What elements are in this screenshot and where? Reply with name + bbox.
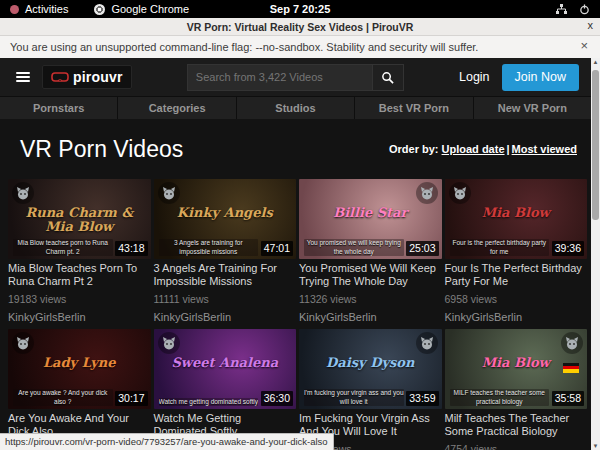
- duration-badge: 35:58: [552, 391, 584, 406]
- video-title[interactable]: 3 Angels Are Training For Impossible Mis…: [154, 262, 297, 288]
- clock[interactable]: Sep 7 20:25: [0, 3, 600, 15]
- thumbnail-caption: Watch me getting dominated softly: [159, 398, 259, 406]
- order-separator: |: [505, 143, 512, 155]
- duration-badge: 43:18: [115, 241, 147, 256]
- duration-badge: 25:03: [406, 241, 438, 256]
- thumbnail-overlay-title: Lady Lyne: [22, 356, 136, 370]
- video-title[interactable]: Four Is The Perfect Birthday Party For M…: [445, 262, 588, 288]
- video-thumbnail[interactable]: Sweet Analena Watch me getting dominated…: [154, 329, 297, 409]
- thumbnail-caption: I'm fucking your virgin ass and you will…: [304, 389, 404, 406]
- duration-badge: 47:01: [261, 241, 293, 256]
- thumbnail-caption: 3 Angels are training for impossible mis…: [159, 239, 259, 256]
- site-logo-text: pirouvr: [73, 69, 123, 85]
- studio-cat-logo-icon: [449, 182, 471, 204]
- order-by-label: Order by:: [389, 143, 439, 155]
- video-card[interactable]: Sweet Analena Watch me getting dominated…: [154, 329, 297, 450]
- scrollbar[interactable]: ▲ ▼: [591, 58, 600, 450]
- video-thumbnail[interactable]: Mia Blow Four is the perfect birthday pa…: [445, 179, 588, 259]
- studio-cat-logo-icon: [416, 332, 438, 354]
- video-card[interactable]: Mia Blow Four is the perfect birthday pa…: [445, 179, 588, 323]
- order-most-viewed-link[interactable]: Most viewed: [512, 143, 577, 155]
- status-bar-url: https://pirouvr.com/vr-porn-video/779325…: [0, 433, 334, 450]
- video-title[interactable]: You Promised We Will Keep Trying The Who…: [299, 262, 442, 288]
- order-by: Order by: Upload date|Most viewed: [389, 143, 577, 155]
- nav-item-new-vr-porn[interactable]: New VR Porn: [474, 97, 591, 119]
- nav-item-categories[interactable]: Categories: [118, 97, 235, 119]
- view-count: 11326 views: [299, 293, 442, 305]
- screen: Activities Google Chrome Sep 7 20:25 VR …: [0, 0, 600, 450]
- thumbnail-caption: MILF teaches the teacher some practical …: [450, 389, 550, 406]
- studio-link[interactable]: KinkyGirlsBerlin: [299, 311, 442, 323]
- duration-badge: 30:17: [115, 391, 147, 406]
- video-thumbnail[interactable]: Daisy Dyson I'm fucking your virgin ass …: [299, 329, 442, 409]
- video-card[interactable]: Kinky Angels 3 Angels are training for i…: [154, 179, 297, 323]
- studio-link[interactable]: KinkyGirlsBerlin: [445, 311, 588, 323]
- warning-close-icon[interactable]: ×: [580, 38, 588, 53]
- search-button[interactable]: [372, 64, 404, 91]
- video-card[interactable]: Lady Lyne Are you awake ? And your dick …: [8, 329, 151, 450]
- video-card[interactable]: Daisy Dyson I'm fucking your virgin ass …: [299, 329, 442, 450]
- vr-goggles-icon: [51, 72, 69, 83]
- site-header: pirouvr Login Join Now: [0, 58, 591, 96]
- warning-message: You are using an unsupported command-lin…: [10, 41, 478, 53]
- window-title: VR Porn: Virtual Reality Sex Videos | Pi…: [187, 21, 414, 33]
- thumbnail-overlay-title: Daisy Dyson: [313, 356, 427, 370]
- thumbnail-overlay-title: Runa Charm & Mia Blow: [22, 206, 136, 233]
- duration-badge: 39:36: [552, 241, 584, 256]
- studio-cat-logo-icon: [416, 182, 438, 204]
- thumbnail-overlay-title: Mia Blow: [459, 356, 573, 370]
- thumbnail-caption: Are you awake ? And your dick also ?: [13, 389, 113, 406]
- video-thumbnail[interactable]: Lady Lyne Are you awake ? And your dick …: [8, 329, 151, 409]
- video-card[interactable]: Billie Star You promised we will keep tr…: [299, 179, 442, 323]
- thumbnail-caption: You promised we will keep trying the who…: [304, 239, 404, 256]
- video-card[interactable]: Mia Blow MILF teaches the teacher some p…: [445, 329, 588, 450]
- browser-viewport: pirouvr Login Join Now Pornstars Categor…: [0, 58, 591, 450]
- studio-link[interactable]: KinkyGirlsBerlin: [154, 311, 297, 323]
- studio-cat-logo-icon: [561, 332, 583, 354]
- video-title[interactable]: Milf Teaches The Teacher Some Practical …: [445, 412, 588, 438]
- thumbnail-overlay-title: Kinky Angels: [168, 206, 282, 220]
- window-close-button[interactable]: x: [588, 19, 594, 31]
- video-thumbnail[interactable]: Mia Blow MILF teaches the teacher some p…: [445, 329, 588, 409]
- window-titlebar: VR Porn: Virtual Reality Sex Videos | Pi…: [0, 18, 600, 36]
- power-icon[interactable]: [579, 4, 590, 15]
- video-thumbnail[interactable]: Kinky Angels 3 Angels are training for i…: [154, 179, 297, 259]
- view-count: 6958 views: [445, 293, 588, 305]
- page-title: VR Porn Videos: [20, 136, 183, 163]
- scrollbar-thumb[interactable]: [592, 70, 599, 220]
- search-input[interactable]: [187, 64, 372, 91]
- studio-cat-logo-icon: [12, 182, 34, 204]
- video-thumbnail[interactable]: Runa Charm & Mia Blow Mia Blow teaches p…: [8, 179, 151, 259]
- video-card[interactable]: Runa Charm & Mia Blow Mia Blow teaches p…: [8, 179, 151, 323]
- studio-cat-logo-icon: [12, 332, 34, 354]
- nav-item-studios[interactable]: Studios: [237, 97, 354, 119]
- search-icon: [381, 71, 394, 84]
- network-icon[interactable]: [556, 4, 567, 15]
- german-flag: [563, 363, 579, 373]
- video-title[interactable]: Mia Blow Teaches Porn To Runa Charm Pt 2: [8, 262, 151, 288]
- scroll-down-icon[interactable]: ▼: [591, 443, 600, 449]
- system-top-bar: Activities Google Chrome Sep 7 20:25: [0, 0, 600, 18]
- order-upload-date-link[interactable]: Upload date: [442, 143, 505, 155]
- heading-row: VR Porn Videos Order by: Upload date|Mos…: [0, 119, 591, 165]
- studio-link[interactable]: KinkyGirlsBerlin: [8, 311, 151, 323]
- join-now-button[interactable]: Join Now: [502, 64, 579, 91]
- nav-item-pornstars[interactable]: Pornstars: [0, 97, 117, 119]
- scroll-up-icon[interactable]: ▲: [591, 59, 600, 65]
- login-link[interactable]: Login: [459, 70, 490, 84]
- duration-badge: 36:30: [261, 391, 293, 406]
- chrome-warning-bar: You are using an unsupported command-lin…: [0, 36, 600, 59]
- nav-item-best-vr-porn[interactable]: Best VR Porn: [355, 97, 472, 119]
- view-count: 4754 views: [445, 443, 588, 450]
- thumbnail-caption: Four is the perfect birthday party for m…: [450, 239, 550, 256]
- search-bar: [187, 64, 404, 91]
- video-thumbnail[interactable]: Billie Star You promised we will keep tr…: [299, 179, 442, 259]
- studio-cat-logo-icon: [158, 182, 180, 204]
- hamburger-menu-icon[interactable]: [16, 72, 30, 82]
- thumbnail-caption: Mia Blow teaches porn to Runa Charm pt. …: [13, 239, 113, 256]
- video-grid: Runa Charm & Mia Blow Mia Blow teaches p…: [8, 179, 587, 450]
- studio-cat-logo-icon: [158, 332, 180, 354]
- site-logo[interactable]: pirouvr: [42, 65, 132, 89]
- view-count: 11111 views: [154, 293, 297, 305]
- thumbnail-overlay-title: Sweet Analena: [168, 356, 282, 370]
